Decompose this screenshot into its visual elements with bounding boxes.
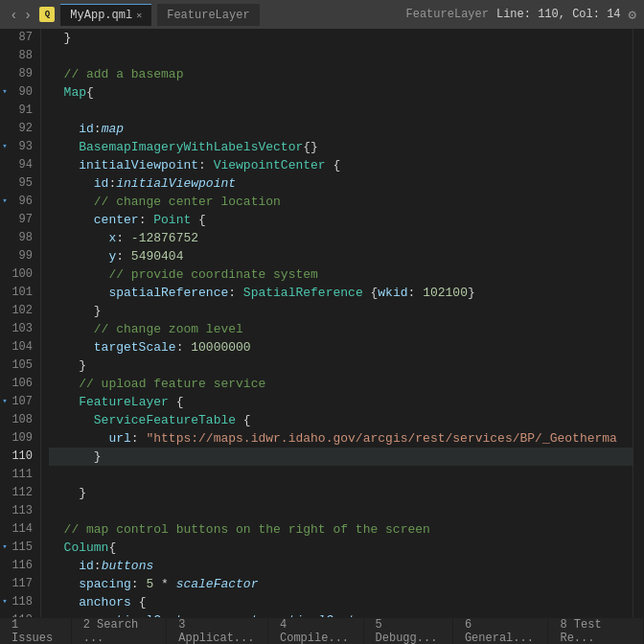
fold-button-118[interactable]: ▾ [0, 598, 10, 608]
indent-98 [49, 229, 108, 247]
gutter-line-108: 108 [0, 411, 36, 429]
fold-button-92 [0, 125, 10, 134]
minimap [632, 29, 644, 617]
token: : [94, 120, 102, 138]
token: BasemapImageryWithLabelsVector [79, 138, 303, 156]
indent-97 [49, 211, 94, 229]
line-number-115: 115 [12, 539, 33, 557]
indent-109 [49, 429, 108, 448]
token: : [131, 429, 147, 448]
fold-button-107[interactable]: ▾ [0, 398, 10, 407]
empty-line [49, 102, 57, 120]
gutter-line-116: 116 [0, 557, 36, 575]
tab-myapp[interactable]: MyApp.qml ✕ [60, 4, 151, 26]
line-number-91: 91 [12, 102, 33, 120]
token: map [102, 120, 124, 138]
token: : [116, 247, 131, 265]
tab-featurelayer[interactable]: FeatureLayer [157, 4, 259, 26]
gutter-line-92: 92 [0, 120, 36, 138]
token: y [108, 247, 116, 265]
line-number-107: 107 [12, 393, 33, 411]
gutter-line-118: ▾118 [0, 593, 36, 611]
indent-99 [49, 247, 108, 265]
token: { [326, 156, 341, 174]
bottom-tab-compile[interactable]: 4 Compile... [268, 618, 364, 644]
gutter-line-95: 95 [0, 174, 36, 193]
indent-114 [49, 520, 64, 539]
indent-101 [49, 284, 108, 302]
empty-line [49, 466, 57, 484]
fold-button-90[interactable]: ▾ [0, 88, 10, 98]
bottom-tab-general[interactable]: 6 General... [453, 618, 549, 644]
code-line-101: spatialReference: SpatialReference {wkid… [49, 284, 632, 302]
fold-button-115[interactable]: ▾ [0, 543, 10, 553]
gutter-line-96: ▾96 [0, 193, 36, 211]
token: } [468, 284, 475, 302]
code-line-97: center: Point { [49, 211, 632, 229]
code-editor[interactable]: } // add a basemap Map{ id:map BasemapIm… [41, 29, 632, 617]
indent-107 [49, 393, 79, 411]
line-number-111: 111 [12, 466, 33, 484]
code-line-113 [49, 502, 632, 520]
token: wkid [378, 284, 407, 302]
code-line-106: // upload feature service [49, 375, 632, 393]
gutter-line-91: 91 [0, 102, 36, 120]
bottom-tab-test[interactable]: 8 Test Re... [548, 618, 644, 644]
token: buttons [102, 557, 154, 575]
settings-icon[interactable]: ⚙ [629, 7, 636, 23]
token: Point [153, 211, 191, 229]
indent-115 [49, 539, 64, 557]
token: // upload feature service [79, 375, 265, 393]
token: : [94, 557, 102, 575]
indent-92 [49, 120, 79, 138]
fold-button-93[interactable]: ▾ [0, 143, 10, 152]
fold-button-106 [0, 380, 10, 389]
indent-112 [49, 484, 79, 502]
token: ServiceFeatureTable [94, 411, 236, 429]
nav-buttons: ‹ › [8, 5, 34, 24]
fold-button-95 [0, 179, 10, 189]
back-button[interactable]: ‹ [8, 5, 20, 24]
line-number-114: 114 [12, 520, 33, 539]
line-number-104: 104 [12, 338, 33, 356]
fold-button-87 [0, 34, 10, 43]
indent-108 [49, 411, 94, 429]
token: SpatialReference [243, 284, 363, 302]
indent-104 [49, 338, 94, 356]
line-number-93: 93 [12, 138, 33, 156]
indent-90 [49, 83, 64, 102]
token: url [108, 429, 130, 448]
token: } [94, 302, 102, 320]
token: // map control buttons on the right of t… [64, 520, 430, 539]
indent-105 [49, 356, 79, 375]
line-number-112: 112 [12, 484, 33, 502]
gutter-line-93: ▾93 [0, 138, 36, 156]
line-number-89: 89 [12, 65, 33, 83]
gutter-line-100: 100 [0, 265, 36, 284]
fold-button-96[interactable]: ▾ [0, 197, 10, 207]
fold-button-101 [0, 288, 10, 298]
token: // add a basemap [64, 65, 184, 83]
indent-116 [49, 557, 79, 575]
token: : [108, 174, 116, 193]
gutter-line-104: 104 [0, 338, 36, 356]
bottom-tab-issues[interactable]: 1 Issues [0, 618, 72, 644]
forward-button[interactable]: › [22, 5, 34, 24]
line-number-94: 94 [12, 156, 33, 174]
bottom-tab-debug[interactable]: 5 Debugg... [364, 618, 453, 644]
gutter-line-97: 97 [0, 211, 36, 229]
line-number-103: 103 [12, 320, 33, 338]
token: // provide coordinate system [108, 265, 317, 284]
fold-button-99 [0, 252, 10, 262]
fold-button-97 [0, 216, 10, 225]
token: { [86, 83, 94, 102]
line-number-97: 97 [12, 211, 33, 229]
code-line-95: id:initialViewpoint [49, 174, 632, 193]
bottom-tab-applications[interactable]: 3 Applicat... [167, 618, 268, 644]
token: // change center location [94, 193, 281, 211]
bottom-tab-search[interactable]: 2 Search ... [72, 618, 168, 644]
fold-button-98 [0, 234, 10, 243]
tab-myapp-close[interactable]: ✕ [136, 10, 142, 21]
gutter-line-90: ▾90 [0, 83, 36, 102]
line-col-indicator: Line: 110, Col: 14 [496, 8, 621, 21]
